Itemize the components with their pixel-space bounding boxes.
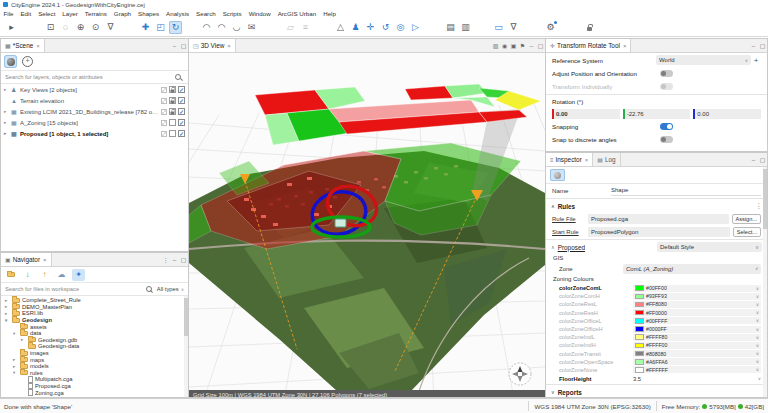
snapshot-camera-icon[interactable]: ▣ [509,39,518,52]
roof-gable-icon[interactable]: ◠ [215,21,228,34]
expander-icon[interactable]: ▸ [5,304,10,309]
arcgis-online-icon[interactable]: ✦ [72,269,85,281]
rotate-tool-icon[interactable]: ↻ [169,21,182,34]
expander-icon[interactable]: ▾ [5,318,10,323]
reports-section-header[interactable]: ∨ Reports [546,386,767,398]
menu-item-analysis[interactable]: Analysis [163,10,193,17]
minimize-icon[interactable]: – [527,39,536,52]
floor-height-value[interactable]: 3.5 [633,376,754,382]
view-menu-icon[interactable]: ⋮ [161,253,170,266]
colour-field[interactable]: #FF8080∨ [633,301,761,308]
menu-item-layer[interactable]: Layer [59,10,81,17]
menu-item-shapes[interactable]: Shapes [135,10,163,17]
menu-item-edit[interactable]: Edit [17,10,35,17]
fly-to-icon[interactable]: ▷ [409,21,422,34]
layer-select-mode-button[interactable] [4,55,17,68]
menu-item-file[interactable]: File [0,10,17,17]
visibility-checkbox[interactable]: ✓ [178,119,185,126]
tree-item[interactable]: ▸models [1,363,188,370]
perf-stats-icon[interactable]: ▥ [491,39,500,52]
name-field[interactable]: Shape [611,186,761,196]
dither-toggle[interactable] [161,98,167,104]
tab-3d-view[interactable]: ◳ 3D View × [189,39,236,52]
scale-tool-icon[interactable]: ◰ [154,21,167,34]
scene-layer-row[interactable]: ▸▦A_Zoning [15 objects]✓ [1,117,188,128]
share-portal-icon[interactable]: ↑ [38,269,51,281]
scene-layer-row[interactable]: ▸♟Key Views [2 objects]✓ [1,84,188,95]
measure-icon[interactable]: ▭ [492,21,505,34]
visibility-checkbox[interactable]: ✓ [178,86,185,93]
zoom-tool-icon[interactable]: ⊕ [74,21,87,34]
select-cursor-icon[interactable]: ▸ [5,21,18,34]
expander-icon[interactable]: ▾ [13,331,18,336]
expander-icon[interactable]: ▸ [13,364,18,369]
maximize-icon[interactable]: ▢ [536,39,545,52]
lasso-select-icon[interactable]: ◌ [59,21,72,34]
tree-item[interactable]: ▸DEMO_MasterPlan [1,304,188,311]
push-pull-icon[interactable]: ◠ [200,21,213,34]
tree-item[interactable]: Proposed.cga [1,383,188,390]
close-icon[interactable]: × [227,43,231,49]
navigator-search-bar[interactable]: Search for files in workspace All types … [1,283,188,296]
expander-icon[interactable]: ▸ [21,337,26,342]
proposed-header-label[interactable]: Proposed [558,244,585,251]
import-file-icon[interactable]: ↓ [21,269,34,281]
section-menu-icon[interactable]: ⋮ [756,202,762,210]
lock-toggle[interactable] [169,130,176,137]
colour-field[interactable]: #00FF00∨ [633,285,761,292]
open-folder-icon[interactable] [4,269,17,281]
visibility-checkbox[interactable]: ✓ [178,130,185,137]
menu-item-search[interactable]: Search [193,10,220,17]
expander-icon[interactable]: ▸ [13,357,18,362]
tree-item[interactable]: Geodesign-data [1,343,188,350]
tab-inspector[interactable]: ≡ Inspector × [546,153,593,166]
settings-icon[interactable]: ⚙ [544,21,557,34]
rule-file-field[interactable]: Proposed.cga [588,214,729,224]
export-models-icon[interactable]: ▤ [444,21,457,34]
colour-field[interactable]: #FFFF80∨ [633,334,761,341]
tree-item[interactable]: Multipatch.cga [1,376,188,383]
rule-file-label[interactable]: Rule File [552,216,585,222]
style-select[interactable]: Default Style ∨ [657,242,762,252]
select-button[interactable]: Select... [733,227,761,237]
gizmo-icon[interactable]: ✛ [364,21,377,34]
tree-item[interactable]: ▸ESRI.lib [1,310,188,317]
close-icon[interactable]: × [623,43,627,49]
scene-layer-row[interactable]: ▸▦Existing LCIM 2021_3D_Buildings_releas… [1,106,188,117]
expander-icon[interactable]: ▸ [4,109,9,114]
start-rule-label[interactable]: Start Rule [552,229,585,235]
dither-toggle[interactable] [161,87,167,93]
compass[interactable] [509,363,531,385]
expander-icon[interactable]: ▸ [4,87,9,92]
menu-item-terrains[interactable]: Terrains [81,10,110,17]
viewport-render[interactable] [189,53,545,398]
dither-toggle[interactable] [161,120,167,126]
tree-item[interactable]: Zoning.cga [1,389,188,396]
roof-hip-icon[interactable]: ◡ [230,21,243,34]
lock-toggle[interactable] [169,108,176,115]
tree-item[interactable]: ▸maps [1,356,188,363]
tab-navigator[interactable]: ▣ Navigator × [1,253,52,266]
snapping-toggle[interactable] [660,123,673,130]
maximize-icon[interactable]: ▢ [179,39,188,52]
move-tool-icon[interactable]: ✚ [139,21,152,34]
colour-field[interactable]: #FFFF00∨ [633,342,761,349]
tree-item[interactable]: ▸Complete_Street_Rule [1,297,188,304]
visibility-checkbox[interactable]: ✓ [178,108,185,115]
snap-discrete-toggle[interactable] [660,136,673,143]
minimize-icon[interactable]: – [170,253,179,266]
export-scene-icon[interactable]: ▥ [459,21,472,34]
colour-field[interactable]: #93FF93∨ [633,293,761,300]
minimize-icon[interactable]: – [749,39,758,52]
lock-toggle[interactable] [169,119,176,126]
close-icon[interactable]: × [585,157,589,163]
colour-field[interactable]: #808080∨ [633,350,761,357]
tree-item[interactable]: ▾Geodesign [1,317,188,324]
visibility-icon[interactable]: ◉ [500,39,509,52]
maximize-icon[interactable]: ▢ [758,153,767,166]
center-view-icon[interactable]: ⊙ [89,21,102,34]
visibility-checkbox[interactable]: ✓ [178,97,185,104]
colour-field[interactable]: #0000FF∨ [633,326,761,333]
tree-item[interactable]: assets [1,323,188,330]
expander-icon[interactable]: ▾ [13,370,18,375]
